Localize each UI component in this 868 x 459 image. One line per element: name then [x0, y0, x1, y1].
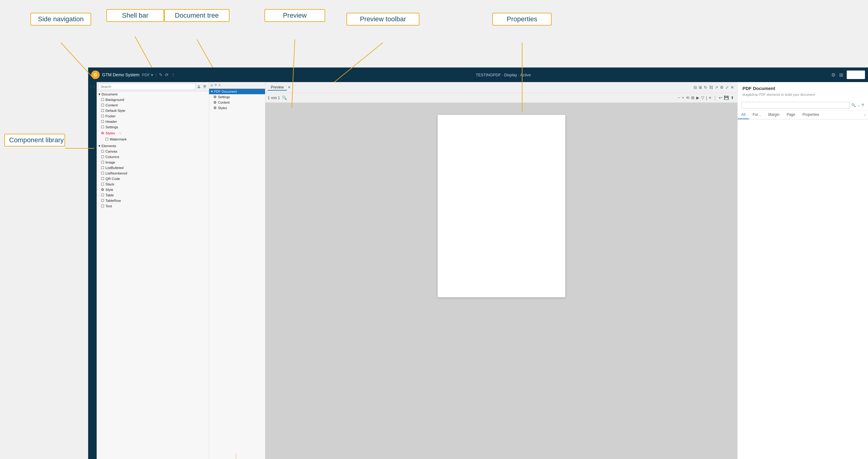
shell-bar-settings-icon[interactable]: ⚙ [831, 72, 835, 78]
pdf-tree-node-settings[interactable]: ⚙ Settings [209, 94, 265, 100]
preview-play-icon[interactable]: ▶ [696, 95, 699, 100]
tree-node-background[interactable]: ☐ Background [97, 97, 209, 102]
preview-tab-bar: Preview ✕ ⊟ ⊞ ↻ ⛓ ↗ ⚙ ⤢ ✕ [265, 82, 737, 93]
side-nav-component-icon[interactable]: ⋮⋮ [89, 85, 96, 89]
pdf-tree-close-icon[interactable]: ✕ [218, 83, 221, 87]
tree-node-canvas[interactable]: ☐ Canvas [97, 149, 209, 154]
preview-page [438, 115, 565, 297]
preview-tab[interactable]: Preview [268, 85, 287, 91]
preview-zoom-out-icon[interactable]: ⊟ [693, 85, 697, 90]
tree-arrow-indicator: → [117, 130, 122, 136]
preview-pagination: 1 von 1 🔍 − + ⟲ ⊞ ▶ ▽ | ≡ ⋮ ↩ 💾 ⬆ [265, 93, 737, 103]
pdf-tree-node-styles[interactable]: ⚙ Styles [209, 105, 265, 111]
preview-export-icon[interactable]: ↗ [715, 85, 718, 90]
preview-filter-icon[interactable]: ▽ [701, 95, 704, 100]
preview-canvas-area [265, 103, 737, 459]
props-expand-icon[interactable]: ⇈ [861, 103, 864, 107]
tree-folder-icon: ▾ [98, 144, 100, 148]
tree-node-default-style[interactable]: ☐ Default Style [97, 108, 209, 113]
tree-arrow-line [236, 453, 236, 459]
preview-grid-icon[interactable]: ⊞ [691, 95, 694, 100]
pdf-tree-expand-icon[interactable]: ⇊ [210, 83, 213, 87]
tree-node-table[interactable]: ☐ Table [97, 192, 209, 198]
pdf-tree-header: ⇊ ⇈ ✕ [209, 82, 265, 89]
props-search-icon[interactable]: 🔍 [851, 103, 856, 107]
preview-refresh-icon[interactable]: ↻ [704, 85, 707, 90]
props-tab-all[interactable]: All [738, 111, 749, 119]
tree-item-icon: ☐ [101, 160, 104, 164]
props-tabs: All For... Margin Page Properties › [738, 111, 868, 119]
preview-close-tab-icon[interactable]: ✕ [288, 85, 290, 89]
properties-panel: PDF Document drag&drop PDF elements to b… [737, 82, 868, 459]
pdf-tree-content-icon: ⚙ [213, 100, 217, 104]
shell-bar-edit-icon[interactable]: ✎ [159, 72, 163, 77]
props-chevron-icon[interactable]: ⌄ [857, 103, 860, 107]
tree-node-tablerow[interactable]: ☐ TableRow [97, 198, 209, 203]
shell-bar-more-icon[interactable]: ⋮ [171, 72, 175, 77]
preview-format-icon[interactable]: ≡ [709, 95, 711, 100]
preview-share-icon[interactable]: ⬆ [731, 95, 734, 100]
tree-node-footer[interactable]: ☐ Footer [97, 113, 209, 119]
shell-bar: G GTM Demo System PDF ▾ | ✎ ⟳ ⋮ TESTINGP… [88, 67, 868, 82]
shell-bar-logo: G [91, 70, 100, 79]
preview-label: Preview [265, 9, 325, 22]
tree-node-columns[interactable]: ☐ Columns [97, 154, 209, 160]
props-search-input[interactable] [741, 102, 850, 109]
tree-node-image[interactable]: ☐ Image [97, 160, 209, 165]
side-navigation-label: Side navigation [30, 13, 91, 26]
preview-zoom-in-icon[interactable]: ⊞ [699, 85, 702, 90]
props-tab-font[interactable]: For... [749, 111, 764, 119]
tree-folder-icon: ▾ [98, 92, 100, 96]
pdf-tree-node-document[interactable]: ▾ PDF Document [209, 89, 265, 94]
doc-tree-expand-icon[interactable]: ⇈ [203, 84, 207, 90]
doc-tree-search-input[interactable] [98, 83, 195, 90]
props-tab-margin[interactable]: Margin [765, 111, 783, 119]
shell-bar-chevron[interactable]: ▾ [151, 73, 153, 77]
shell-bar-grid-icon[interactable]: ⊞ [839, 72, 843, 78]
tree-node-text[interactable]: ☐ Text [97, 203, 209, 209]
tree-node-document[interactable]: ▾ Document [97, 91, 209, 97]
shell-bar-center-text: TESTINGPDF · Display · Active [175, 73, 831, 77]
tree-node-listbulleted[interactable]: ☐ ListBulleted [97, 165, 209, 171]
preview-minus-icon[interactable]: − [678, 95, 680, 100]
preview-area: Preview ✕ ⊟ ⊞ ↻ ⛓ ↗ ⚙ ⤢ ✕ 1 von 1 🔍 − + … [265, 82, 737, 459]
pdf-tree-collapse-icon[interactable]: ⇈ [214, 83, 217, 87]
preview-pipe-icon[interactable]: | [706, 95, 707, 100]
tree-node-header[interactable]: ☐ Header [97, 119, 209, 124]
tree-node-settings[interactable]: ☐ Settings [97, 124, 209, 130]
shell-bar-user-box[interactable] [847, 70, 865, 79]
preview-fullscreen-icon[interactable]: ⤢ [725, 85, 729, 90]
tree-node-watermark[interactable]: ☐ Watermark [97, 136, 209, 142]
preview-save-icon[interactable]: 💾 [724, 95, 729, 100]
props-more-icon[interactable]: › [862, 111, 868, 119]
shell-bar-label: Shell bar [106, 9, 164, 22]
tree-item-icon: ☐ [101, 103, 104, 107]
pdf-tree-node-content[interactable]: ⚙ Content [209, 100, 265, 105]
props-tab-properties[interactable]: Properties [799, 111, 823, 119]
shell-bar-system-title: GTM Demo System [102, 72, 140, 77]
preview-cols-icon[interactable]: ⋮ [713, 95, 717, 100]
preview-undo-icon[interactable]: ↩ [719, 95, 722, 100]
preview-plus-icon[interactable]: + [682, 95, 684, 100]
preview-rotate-icon[interactable]: ⟲ [686, 95, 689, 100]
preview-search-icon[interactable]: 🔍 [282, 95, 287, 100]
pdf-document-tree-panel: ⇊ ⇈ ✕ ▾ PDF Document ⚙ Settings ⚙ Conten… [209, 82, 265, 459]
preview-close-icon[interactable]: ✕ [731, 85, 734, 90]
tree-node-listnumbered[interactable]: ☐ ListNumbered [97, 171, 209, 176]
tree-node-stack[interactable]: ☐ Stack [97, 181, 209, 187]
preview-link-icon[interactable]: ⛓ [709, 85, 713, 90]
props-subtitle: drag&drop PDF elements to build your doc… [738, 92, 868, 100]
tree-item-icon: ☐ [105, 137, 108, 141]
tree-node-content[interactable]: ☐ Content [97, 102, 209, 108]
tree-node-qrcode[interactable]: ☐ QR Code [97, 176, 209, 181]
svg-line-1 [135, 36, 152, 67]
props-tab-page[interactable]: Page [783, 111, 799, 119]
shell-bar-refresh-icon[interactable]: ⟳ [165, 72, 169, 77]
tree-node-styles[interactable]: ⚙ Styles → [97, 130, 209, 136]
tree-item-icon: ☐ [101, 155, 104, 159]
preview-settings-icon[interactable]: ⚙ [720, 85, 724, 90]
doc-tree-collapse-icon[interactable]: ⇊ [197, 84, 201, 90]
tree-node-style[interactable]: ⚙ Style [97, 187, 209, 192]
preview-page-sep: von 1 [271, 96, 280, 100]
tree-node-elements[interactable]: ▾ Elements [97, 143, 209, 149]
